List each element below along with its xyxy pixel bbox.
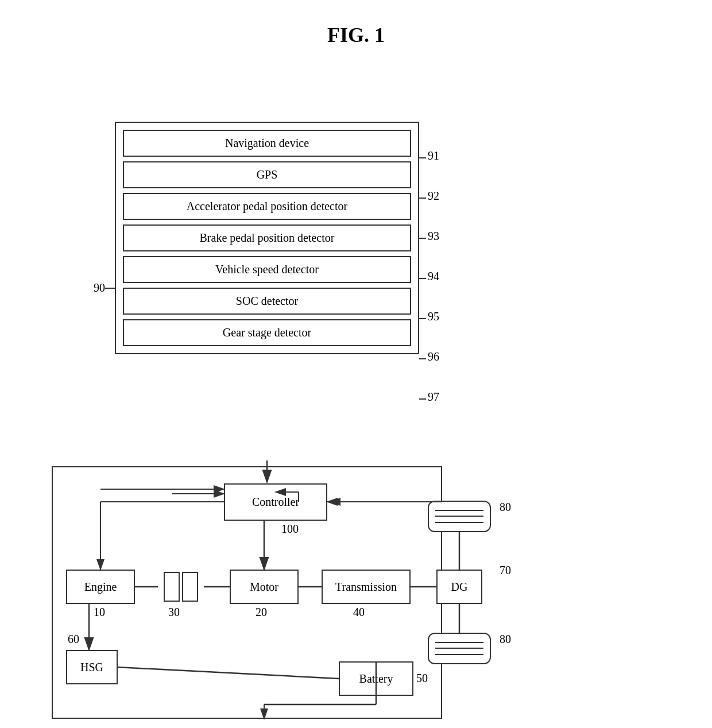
ref-label-60: 60 <box>68 633 79 646</box>
ref-label-90: 90 <box>94 281 105 295</box>
ref-label-50: 50 <box>416 672 428 685</box>
ref-label-80-top: 80 <box>500 501 511 514</box>
ref-label-93: 93 <box>428 230 439 243</box>
clutch-box <box>158 568 204 605</box>
ref-label-96: 96 <box>428 350 439 363</box>
figure-title: FIG. 1 <box>0 0 712 47</box>
ref-label-30: 30 <box>168 606 180 619</box>
ref-label-100: 100 <box>281 522 299 536</box>
ref-label-10: 10 <box>94 606 105 619</box>
ref-label-20: 20 <box>256 606 267 619</box>
controller-box: Controller <box>224 483 327 521</box>
transmission-box: Transmission <box>322 570 411 604</box>
sensor-row-soc: SOC detector <box>123 288 411 315</box>
ref-label-92: 92 <box>428 189 439 203</box>
hsg-box: HSG <box>66 650 118 684</box>
motor-box: Motor <box>230 570 299 604</box>
clutch-rect-right <box>182 572 198 602</box>
wheel-bottom <box>428 633 491 664</box>
engine-box: Engine <box>66 570 135 604</box>
clutch-rect-left <box>164 572 180 602</box>
svg-line-22 <box>118 667 339 679</box>
ref-label-97: 97 <box>428 390 439 404</box>
battery-box: Battery <box>339 661 413 696</box>
dg-box: DG <box>436 570 482 604</box>
sensor-row-speed: Vehicle speed detector <box>123 256 411 283</box>
ref-label-91: 91 <box>428 149 439 162</box>
ref-label-95: 95 <box>428 310 439 323</box>
sensor-row-gps: GPS <box>123 161 411 188</box>
ref-label-80-bottom: 80 <box>500 633 511 646</box>
ref-label-40: 40 <box>353 606 365 619</box>
sensor-row-brake: Brake pedal position detector <box>123 224 411 251</box>
sensor-row-navigation: Navigation device <box>123 130 411 157</box>
wheel-top <box>428 501 491 532</box>
diagram: Navigation device GPS Accelerator pedal … <box>0 64 712 728</box>
ref-label-70: 70 <box>500 564 511 577</box>
sensor-row-gear: Gear stage detector <box>123 319 411 346</box>
sensor-row-accelerator: Accelerator pedal position detector <box>123 193 411 220</box>
sensor-outer-box: Navigation device GPS Accelerator pedal … <box>115 122 419 354</box>
ref-label-94: 94 <box>428 270 439 283</box>
